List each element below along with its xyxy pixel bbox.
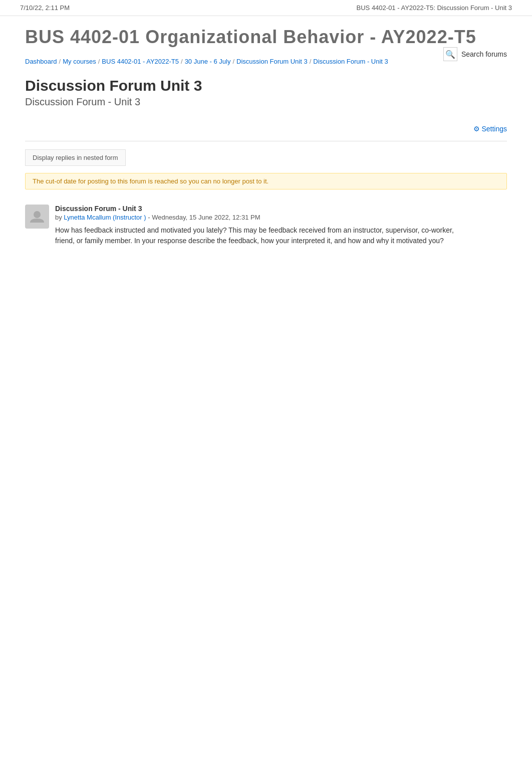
breadcrumb-my-courses[interactable]: My courses	[63, 58, 96, 65]
breadcrumb-dashboard[interactable]: Dashboard	[25, 58, 57, 65]
page-title-topbar: BUS 4402-01 - AY2022-T5: Discussion Foru…	[357, 4, 512, 12]
course-title: BUS 4402-01 Organizational Behavior - AY…	[25, 26, 507, 48]
forum-sub-title: Discussion Forum - Unit 3	[25, 96, 507, 108]
breadcrumb-course[interactable]: BUS 4402-01 - AY2022-T5	[102, 58, 179, 65]
display-replies-section: Display replies in nested form	[25, 149, 126, 166]
post-content-line2: friend, or family member. In your respon…	[55, 236, 507, 246]
post-date: Wednesday, 15 June 2022, 12:31 PM	[152, 214, 260, 221]
display-replies-label: Display replies in nested form	[33, 154, 118, 161]
datetime: 7/10/22, 2:11 PM	[20, 4, 70, 12]
post-title: Discussion Forum - Unit 3	[55, 205, 507, 213]
top-bar: 7/10/22, 2:11 PM BUS 4402-01 - AY2022-T5…	[0, 0, 532, 16]
search-area: 🔍 Search forums	[443, 47, 507, 61]
forum-main-title: Discussion Forum Unit 3	[25, 77, 507, 94]
post-author[interactable]: Lynetta Mcallum (Instructor )	[64, 214, 146, 221]
cutoff-notice: The cut-of date for posting to this foru…	[25, 173, 507, 189]
breadcrumb-week[interactable]: 30 June - 6 July	[185, 58, 231, 65]
post-by-label: by	[55, 214, 64, 221]
post-date-sep: -	[148, 214, 152, 221]
settings-button[interactable]: ⚙ Settings	[473, 125, 507, 133]
forum-titles: Discussion Forum Unit 3 Discussion Forum…	[25, 77, 507, 108]
separator	[25, 141, 507, 141]
search-icon[interactable]: 🔍	[443, 47, 457, 61]
forum-heading-section: BUS 4402-01 Organizational Behavior - AY…	[25, 26, 507, 133]
post-container: Discussion Forum - Unit 3 by Lynetta Mca…	[25, 200, 507, 251]
breadcrumb-forum-unit3[interactable]: Discussion Forum Unit 3	[236, 58, 308, 65]
cutoff-text: The cut-of date for posting to this foru…	[33, 177, 269, 185]
avatar	[25, 205, 49, 229]
breadcrumb-forum-unit3-sub[interactable]: Discussion Forum - Unit 3	[313, 58, 388, 65]
search-label: Search forums	[461, 50, 507, 58]
page-content: BUS 4402-01 Organizational Behavior - AY…	[0, 16, 532, 261]
post-content-line1: How has feedback instructed and motivate…	[55, 225, 507, 236]
post-body: Discussion Forum - Unit 3 by Lynetta Mca…	[55, 205, 507, 246]
svg-point-0	[34, 211, 41, 218]
breadcrumb: Dashboard / My courses / BUS 4402-01 - A…	[25, 58, 507, 65]
post-content: How has feedback instructed and motivate…	[55, 225, 507, 246]
post-meta: by Lynetta Mcallum (Instructor ) - Wedne…	[55, 214, 507, 221]
